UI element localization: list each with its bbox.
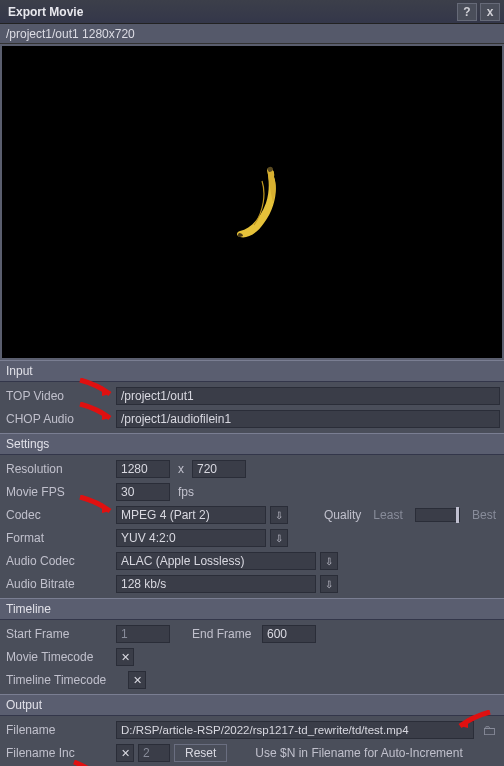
reset-button[interactable]: Reset	[174, 744, 227, 762]
codec-dropdown-icon[interactable]: ⇩	[270, 506, 288, 524]
quality-least-label: Least	[369, 508, 406, 522]
timeline-timecode-checkbox[interactable]: ✕	[128, 671, 146, 689]
quality-slider-handle[interactable]	[456, 507, 459, 523]
chop-audio-label: CHOP Audio	[4, 412, 112, 426]
audio-bitrate-dropdown-icon[interactable]: ⇩	[320, 575, 338, 593]
section-timeline-header: Timeline	[0, 598, 504, 620]
audio-codec-dropdown-icon[interactable]: ⇩	[320, 552, 338, 570]
resolution-width-field[interactable]: 1280	[116, 460, 170, 478]
x-label: x	[174, 462, 188, 476]
audio-bitrate-field[interactable]: 128 kb/s	[116, 575, 316, 593]
top-video-label: TOP Video	[4, 389, 112, 403]
format-label: Format	[4, 531, 112, 545]
resolution-label: Resolution	[4, 462, 112, 476]
section-settings-header: Settings	[0, 433, 504, 455]
audio-bitrate-label: Audio Bitrate	[4, 577, 112, 591]
resolution-height-field[interactable]: 720	[192, 460, 246, 478]
filename-field[interactable]: D:/RSP/article-RSP/2022/rsp1217-td_rewri…	[116, 721, 474, 739]
section-output-header: Output	[0, 694, 504, 716]
path-text: /project1/out1 1280x720	[6, 27, 135, 41]
codec-label: Codec	[4, 508, 112, 522]
help-button[interactable]: ?	[457, 3, 477, 21]
format-field[interactable]: YUV 4:2:0	[116, 529, 266, 547]
browse-folder-icon[interactable]: 🗀	[478, 721, 500, 739]
window-title: Export Movie	[8, 5, 83, 19]
timeline-timecode-label: Timeline Timecode	[4, 673, 124, 687]
audio-codec-label: Audio Codec	[4, 554, 112, 568]
preview-content	[212, 157, 292, 247]
start-frame-field[interactable]: 1	[116, 625, 170, 643]
filename-hint: Use $N in Filename for Auto-Increment	[251, 746, 466, 760]
start-frame-label: Start Frame	[4, 627, 112, 641]
movie-fps-label: Movie FPS	[4, 485, 112, 499]
quality-best-label: Best	[468, 508, 500, 522]
filename-inc-label: Filename Inc	[4, 746, 112, 760]
close-button[interactable]: x	[480, 3, 500, 21]
end-frame-label: End Frame	[188, 627, 258, 641]
movie-timecode-label: Movie Timecode	[4, 650, 112, 664]
titlebar: Export Movie ? x	[0, 0, 504, 24]
quality-label: Quality	[320, 508, 365, 522]
preview-viewport	[0, 44, 504, 360]
path-bar: /project1/out1 1280x720	[0, 24, 504, 44]
codec-field[interactable]: MPEG 4 (Part 2)	[116, 506, 266, 524]
movie-timecode-checkbox[interactable]: ✕	[116, 648, 134, 666]
filename-inc-checkbox[interactable]: ✕	[116, 744, 134, 762]
section-input-header: Input	[0, 360, 504, 382]
top-video-field[interactable]: /project1/out1	[116, 387, 500, 405]
filename-label: Filename	[4, 723, 112, 737]
format-dropdown-icon[interactable]: ⇩	[270, 529, 288, 547]
movie-fps-field[interactable]: 30	[116, 483, 170, 501]
chop-audio-field[interactable]: /project1/audiofilein1	[116, 410, 500, 428]
quality-slider[interactable]	[415, 508, 460, 522]
end-frame-field[interactable]: 600	[262, 625, 316, 643]
audio-codec-field[interactable]: ALAC (Apple Lossless)	[116, 552, 316, 570]
filename-inc-field[interactable]: 2	[138, 744, 170, 762]
fps-suffix: fps	[174, 485, 198, 499]
